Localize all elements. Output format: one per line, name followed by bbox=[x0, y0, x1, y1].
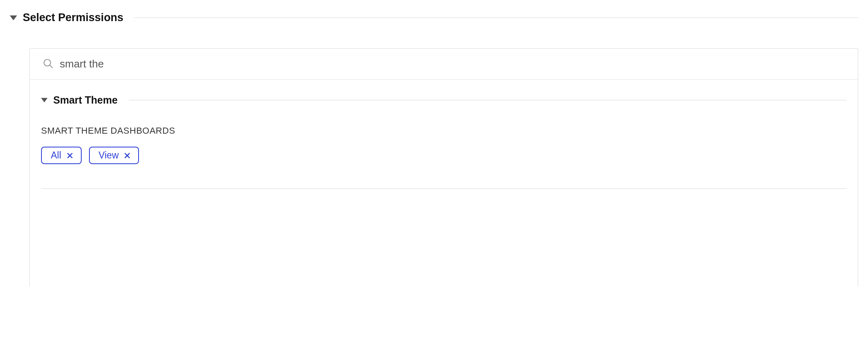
divider bbox=[134, 17, 858, 18]
spacer bbox=[41, 189, 846, 286]
chevron-down-icon[interactable] bbox=[10, 15, 17, 20]
permission-group: Smart Theme SMART THEME DASHBOARDS All V… bbox=[30, 80, 858, 286]
group-header: Smart Theme bbox=[41, 94, 846, 106]
permission-subsection: SMART THEME DASHBOARDS All View bbox=[41, 106, 846, 189]
section-title: Select Permissions bbox=[23, 11, 124, 24]
search-input[interactable] bbox=[60, 58, 845, 70]
chevron-down-icon[interactable] bbox=[41, 98, 48, 102]
close-icon[interactable] bbox=[67, 153, 73, 158]
chip-label: View bbox=[99, 151, 119, 160]
search-icon bbox=[43, 58, 53, 70]
divider bbox=[129, 100, 846, 100]
permission-chip-view[interactable]: View bbox=[89, 147, 139, 164]
subsection-label: SMART THEME DASHBOARDS bbox=[41, 126, 846, 136]
group-title: Smart Theme bbox=[53, 94, 117, 106]
close-icon[interactable] bbox=[124, 153, 130, 158]
search-row bbox=[30, 49, 858, 80]
svg-line-1 bbox=[50, 65, 52, 67]
permission-chip-all[interactable]: All bbox=[41, 147, 82, 164]
chip-row: All View bbox=[41, 147, 846, 164]
permissions-panel: Smart Theme SMART THEME DASHBOARDS All V… bbox=[29, 48, 858, 286]
section-header: Select Permissions bbox=[10, 11, 858, 24]
chip-label: All bbox=[51, 151, 61, 160]
